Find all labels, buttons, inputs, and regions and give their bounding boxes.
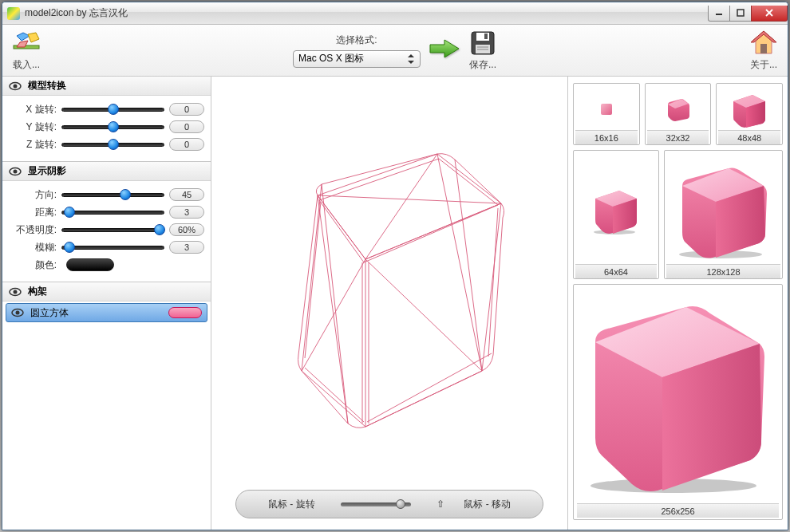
- frames-title: 构架: [28, 285, 47, 298]
- about-button[interactable]: 关于...: [749, 30, 778, 72]
- svg-line-36: [302, 184, 322, 371]
- preview-128[interactable]: 128x128: [664, 150, 783, 279]
- eye-icon: [9, 286, 22, 298]
- frame-item[interactable]: 圆立方体: [6, 303, 207, 322]
- preview-256[interactable]: 256x256: [573, 284, 783, 520]
- color-label: 颜色:: [9, 258, 57, 272]
- y-rotate-slider[interactable]: [61, 121, 164, 132]
- preview-256-label: 256x256: [577, 503, 779, 518]
- format-label: 选择格式:: [336, 33, 377, 47]
- previews-panel: 16x16 32x32 48x48 64x64 128x1: [567, 77, 788, 530]
- format-select[interactable]: Mac OS X 图标: [293, 50, 421, 68]
- z-rotate-slider[interactable]: [61, 139, 164, 150]
- z-rotate-value: 0: [169, 138, 204, 151]
- transform-title: 模型转换: [28, 79, 66, 93]
- select-arrows-icon: [407, 53, 415, 65]
- load-button[interactable]: 载入...: [12, 30, 41, 72]
- side-panel: 模型转换 X 旋转:0 Y 旋转:0 Z 旋转:0 显示阴影 方向:45 距离:…: [2, 77, 211, 530]
- svg-point-22: [14, 169, 18, 173]
- blur-label: 模糊:: [9, 241, 57, 254]
- eye-icon: [9, 80, 22, 93]
- blur-value: 3: [169, 241, 204, 254]
- shadow-title: 显示阴影: [28, 164, 66, 178]
- zoom-slider[interactable]: [341, 502, 412, 506]
- svg-point-24: [14, 290, 18, 294]
- minimize-button[interactable]: [708, 6, 730, 22]
- svg-line-33: [302, 371, 365, 427]
- preview-32-label: 32x32: [647, 130, 709, 144]
- save-icon: [468, 30, 497, 57]
- svg-marker-8: [408, 54, 414, 57]
- svg-rect-18: [760, 44, 767, 53]
- svg-line-34: [365, 371, 482, 427]
- titlebar: model2icon by 忘言汉化: [2, 2, 788, 25]
- svg-line-35: [437, 154, 482, 371]
- preview-16-label: 16x16: [575, 130, 638, 144]
- close-button[interactable]: [751, 6, 788, 22]
- svg-rect-1: [737, 10, 744, 16]
- about-label: 关于...: [750, 58, 777, 72]
- svg-line-31: [365, 259, 482, 371]
- distance-value: 3: [169, 206, 204, 219]
- frames-panel: 构架 圆立方体: [2, 282, 211, 530]
- opacity-value: 60%: [169, 223, 204, 236]
- frame-color-swatch[interactable]: [168, 307, 202, 318]
- load-icon: [12, 30, 41, 57]
- y-rotate-label: Y 旋转:: [9, 120, 57, 134]
- svg-rect-37: [601, 104, 612, 115]
- shadow-panel: 显示阴影 方向:45 距离:3 不透明度:60% 模糊:3 颜色:: [2, 162, 211, 282]
- arrow-right-icon: [429, 37, 460, 64]
- preview-64-label: 64x64: [575, 264, 657, 278]
- preview-48[interactable]: 48x48: [716, 83, 783, 145]
- svg-point-20: [14, 84, 18, 88]
- direction-label: 方向:: [9, 188, 57, 202]
- svg-line-27: [318, 195, 501, 203]
- preview-32[interactable]: 32x32: [645, 83, 712, 145]
- viewport[interactable]: 鼠标 - 旋转 ⇧ 鼠标 - 移动: [211, 77, 567, 530]
- save-label: 保存...: [469, 58, 496, 72]
- shift-icon: ⇧: [436, 499, 444, 510]
- maximize-button[interactable]: [729, 6, 752, 22]
- distance-label: 距离:: [9, 206, 57, 219]
- frame-item-label: 圆立方体: [30, 306, 69, 320]
- svg-line-32: [482, 203, 501, 371]
- x-rotate-slider[interactable]: [61, 104, 164, 115]
- canvas-3d[interactable]: [211, 77, 567, 490]
- preview-48-label: 48x48: [718, 130, 780, 144]
- x-rotate-label: X 旋转:: [9, 103, 57, 116]
- distance-slider[interactable]: [61, 207, 164, 218]
- direction-slider[interactable]: [61, 189, 164, 200]
- blur-slider[interactable]: [61, 242, 164, 253]
- load-label: 载入...: [13, 58, 40, 72]
- window-title: model2icon by 忘言汉化: [25, 6, 709, 20]
- rotate-hint: 鼠标 - 旋转: [268, 498, 315, 511]
- move-hint: 鼠标 - 移动: [464, 498, 511, 511]
- z-rotate-label: Z 旋转:: [9, 138, 57, 152]
- svg-marker-6: [28, 33, 39, 42]
- save-button[interactable]: 保存...: [468, 30, 497, 72]
- app-icon: [7, 7, 20, 20]
- x-rotate-value: 0: [169, 103, 204, 116]
- svg-point-26: [16, 311, 20, 315]
- preview-64[interactable]: 64x64: [573, 150, 659, 279]
- opacity-label: 不透明度:: [9, 223, 57, 237]
- shadow-color-swatch[interactable]: [66, 258, 114, 271]
- direction-value: 45: [169, 188, 204, 201]
- transform-panel: 模型转换 X 旋转:0 Y 旋转:0 Z 旋转:0: [2, 77, 211, 162]
- eye-icon: [11, 306, 24, 319]
- opacity-slider[interactable]: [61, 224, 164, 235]
- preview-16[interactable]: 16x16: [573, 83, 640, 145]
- toolbar: 载入... 选择格式: Mac OS X 图标 保存...: [2, 25, 788, 77]
- y-rotate-value: 0: [169, 120, 204, 133]
- viewport-footer: 鼠标 - 旋转 ⇧ 鼠标 - 移动: [235, 490, 543, 518]
- format-selected-value: Mac OS X 图标: [298, 52, 364, 65]
- svg-rect-12: [484, 33, 488, 39]
- preview-128-label: 128x128: [666, 264, 780, 278]
- home-icon: [749, 30, 778, 57]
- svg-marker-5: [17, 33, 30, 41]
- eye-icon: [9, 165, 22, 178]
- svg-marker-9: [408, 61, 414, 64]
